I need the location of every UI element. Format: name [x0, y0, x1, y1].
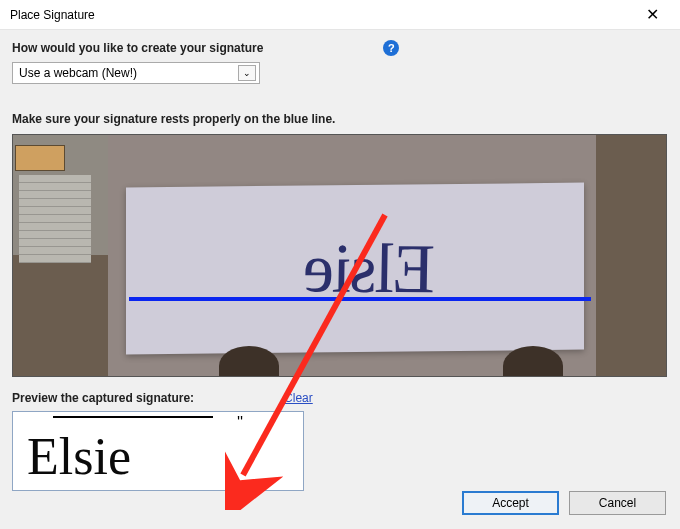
captured-signature-preview: Elsie	[12, 411, 304, 491]
webcam-background-wall	[13, 135, 108, 255]
help-icon[interactable]: ?	[383, 40, 399, 56]
chevron-down-icon: ⌄	[238, 65, 256, 81]
close-button[interactable]: ✕	[632, 1, 672, 29]
dropdown-selected-value: Use a webcam (New!)	[19, 66, 137, 80]
alignment-blue-line	[129, 297, 591, 301]
preview-header-row: Preview the captured signature: Clear	[12, 391, 668, 405]
dialog-content: How would you like to create your signat…	[0, 30, 680, 501]
method-prompt-row: How would you like to create your signat…	[12, 40, 668, 56]
close-icon: ✕	[646, 5, 659, 24]
dialog-title: Place Signature	[10, 8, 95, 22]
accept-button[interactable]: Accept	[462, 491, 559, 515]
webcam-bg-object	[15, 145, 65, 171]
captured-signature-text: Elsie	[27, 427, 131, 486]
dialog-button-bar: Accept Cancel	[462, 491, 666, 515]
clear-link[interactable]: Clear	[284, 391, 313, 405]
webcam-bg-object	[19, 175, 91, 263]
blue-line-instruction: Make sure your signature rests properly …	[12, 112, 668, 126]
preview-label: Preview the captured signature:	[12, 391, 194, 405]
signature-paper: Elsie	[126, 183, 584, 355]
signature-artifact	[53, 416, 213, 428]
cancel-button[interactable]: Cancel	[569, 491, 666, 515]
webcam-preview: Elsie	[12, 134, 667, 377]
signature-method-dropdown[interactable]: Use a webcam (New!) ⌄	[12, 62, 260, 84]
create-signature-prompt: How would you like to create your signat…	[12, 41, 263, 55]
dialog-titlebar: Place Signature ✕	[0, 0, 680, 30]
